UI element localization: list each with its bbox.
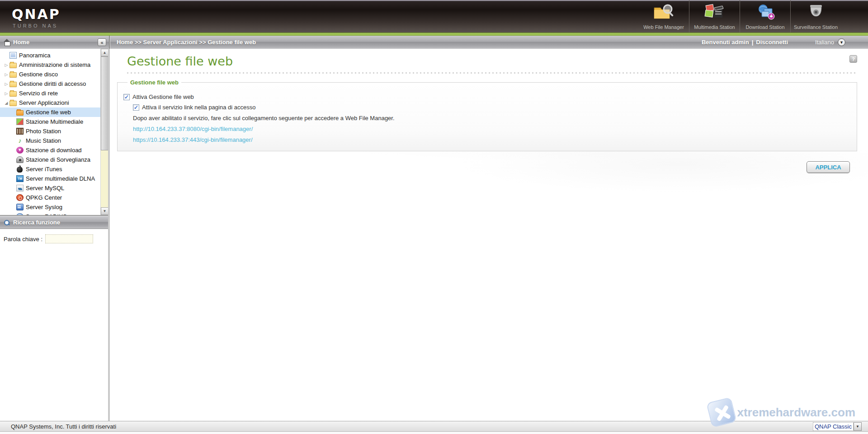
launcher-label: Surveillance Station — [794, 24, 838, 30]
breadcrumb-home[interactable]: Home — [117, 39, 133, 46]
multimedia-icon — [16, 118, 24, 125]
header-row: Home « Home >> Server Applicazioni >> Ge… — [0, 36, 868, 49]
tree-expander-collapsed-icon[interactable]: ▷ — [3, 91, 9, 96]
sidebar-item-music-station[interactable]: ♪ Music Station — [0, 136, 100, 145]
sidebar-item-stazione-di-sorveglianza[interactable]: Stazione di Sorveglianza — [0, 155, 100, 164]
launcher-download-station[interactable]: Download Station — [740, 0, 790, 33]
photostation-icon — [16, 128, 24, 135]
http-link[interactable]: http://10.164.233.37:8080/cgi-bin/filema… — [133, 123, 857, 134]
sidebar-item-panoramica[interactable]: Panoramica — [0, 51, 100, 60]
theme-select[interactable]: QNAP Classic ▼ — [813, 422, 862, 431]
sidebar-item-stazione-di-download[interactable]: ▼ Stazione di download — [0, 145, 100, 155]
breadcrumb-server-applicazioni[interactable]: Server Applicazioni — [143, 39, 198, 46]
sidebar-header: Home « — [0, 36, 110, 49]
home-icon — [4, 39, 10, 45]
sidebar-item-qpkg-center[interactable]: QPKG Center — [0, 193, 100, 202]
folder-open-icon — [9, 101, 17, 106]
tree-expander-expanded-icon[interactable]: ◢ — [3, 101, 9, 105]
enable-web-file-manager-label: Attiva Gestione file web — [132, 93, 194, 100]
launcher-surveillance-station[interactable]: Surveillance Station — [790, 0, 841, 33]
top-bar: QNAP TURBO NAS Web File Manager Multimed… — [0, 0, 868, 33]
overview-icon — [9, 52, 17, 59]
session-area: Benvenuti admin | Disconnetti Italiano ▼ — [702, 38, 862, 46]
sidebar-item-server-radius[interactable]: Server RADIUS — [0, 212, 100, 216]
breadcrumb-separator: >> — [135, 39, 143, 46]
music-icon: ♪ — [16, 137, 24, 144]
https-link[interactable]: https://10.164.233.37:443/cgi-bin/filema… — [133, 134, 857, 145]
syslog-icon — [16, 204, 24, 210]
download-icon: ▼ — [16, 147, 24, 154]
enable-web-file-manager-row: ✓ Attiva Gestione file web — [123, 92, 857, 102]
bottom-strip — [0, 432, 868, 434]
folder-icon — [9, 72, 17, 78]
sidebar-item-server-mysql[interactable]: Server MySQL — [0, 183, 100, 193]
separator-pipe: | — [752, 39, 754, 46]
breadcrumb: Home >> Server Applicazioni >> Gestione … — [117, 39, 256, 46]
multimedia-station-icon — [703, 3, 727, 23]
web-file-manager-fieldset: Gestione file web ✓ Attiva Gestione file… — [117, 82, 857, 151]
app-launchers: Web File Manager Multimedia Station Down… — [638, 0, 841, 33]
logout-link[interactable]: Disconnetti — [756, 39, 788, 46]
theme-dropdown-icon: ▼ — [854, 422, 862, 431]
launcher-label: Download Station — [745, 24, 784, 30]
instruction-text: Dopo aver abilitato il servizio, fare cl… — [133, 112, 857, 123]
sidebar-item-gestione-file-web[interactable]: Gestione file web — [0, 107, 100, 117]
tree-scrollbar[interactable]: ▲ ▼ — [100, 49, 108, 215]
tree-expander-collapsed-icon[interactable]: ▷ — [3, 72, 9, 77]
breadcrumb-current-page: Gestione file web — [208, 39, 256, 46]
sidebar-item-server-multimediale-dlna[interactable]: TM Server multimediale DLNA — [0, 174, 100, 183]
sidebar-collapse-button[interactable]: « — [98, 38, 106, 46]
sidebar-item-server-applicazioni[interactable]: ◢ Server Applicazioni — [0, 98, 100, 107]
folder-icon — [9, 63, 17, 68]
search-icon — [4, 219, 10, 226]
radius-icon — [16, 213, 24, 216]
folder-orange-icon — [16, 110, 24, 116]
itunes-icon — [17, 167, 23, 173]
enable-link-label: Attiva il servizio link nella pagina di … — [142, 104, 255, 111]
sidebar-header-title: Home — [13, 39, 98, 46]
folder-icon — [9, 82, 17, 87]
qnap-logo-text: QNAP — [12, 6, 61, 22]
surveillance-station-icon — [804, 3, 828, 23]
launcher-label: Multimedia Station — [694, 24, 735, 30]
download-station-icon — [753, 3, 778, 23]
theme-select-value: QNAP Classic — [813, 422, 854, 431]
sidebar-tree: Panoramica ▷ Amministrazione di sistema … — [0, 51, 100, 216]
language-label: Italiano — [815, 39, 834, 46]
page-title: Gestione file web — [127, 54, 233, 68]
title-separator — [127, 72, 857, 74]
sidebar-item-stazione-multimediale[interactable]: Stazione Multimediale — [0, 117, 100, 126]
function-search-title: Ricerca funzione — [13, 219, 60, 226]
accent-divider — [0, 33, 868, 36]
help-icon[interactable]: ? — [849, 55, 857, 63]
sidebar-item-gestione-diritti-di-accesso[interactable]: ▷ Gestione diritti di accesso — [0, 79, 100, 89]
sidebar-item-servizio-di-rete[interactable]: ▷ Servizio di rete — [0, 89, 100, 98]
breadcrumb-separator: >> — [199, 39, 208, 46]
sidebar: Panoramica ▷ Amministrazione di sistema … — [0, 49, 110, 421]
copyright-text: QNAP Systems, Inc. Tutti i diritti riser… — [11, 423, 116, 430]
keyword-input[interactable] — [45, 234, 93, 243]
language-dropdown-icon[interactable]: ▼ — [838, 38, 845, 46]
apply-button[interactable]: APPLICA — [807, 161, 850, 173]
scroll-up-icon[interactable]: ▲ — [101, 49, 108, 56]
launcher-web-file-manager[interactable]: Web File Manager — [638, 0, 689, 33]
enable-web-file-manager-checkbox[interactable]: ✓ — [123, 94, 130, 100]
language-selector: Italiano ▼ — [815, 38, 845, 46]
scrollbar-thumb[interactable] — [101, 56, 108, 150]
sidebar-item-photo-station[interactable]: Photo Station — [0, 126, 100, 136]
sidebar-item-server-itunes[interactable]: Server iTunes — [0, 164, 100, 174]
sidebar-item-server-syslog[interactable]: Server Syslog — [0, 202, 100, 212]
enable-link-row: ✓ Attiva il servizio link nella pagina d… — [133, 102, 857, 112]
tree-expander-collapsed-icon[interactable]: ▷ — [3, 63, 9, 67]
sidebar-item-gestione-disco[interactable]: ▷ Gestione disco — [0, 70, 100, 79]
dlna-icon: TM — [16, 175, 24, 182]
sidebar-item-amministrazione-di-sistema[interactable]: ▷ Amministrazione di sistema — [0, 60, 100, 70]
tree-expander-collapsed-icon[interactable]: ▷ — [3, 82, 9, 86]
enable-link-checkbox[interactable]: ✓ — [133, 104, 139, 111]
fieldset-legend: Gestione file web — [127, 79, 181, 86]
launcher-multimedia-station[interactable]: Multimedia Station — [689, 0, 740, 33]
qnap-logo: QNAP TURBO NAS — [0, 0, 61, 33]
surveillance-icon — [16, 156, 24, 163]
mysql-icon — [16, 185, 24, 191]
scroll-down-icon[interactable]: ▼ — [101, 207, 108, 215]
